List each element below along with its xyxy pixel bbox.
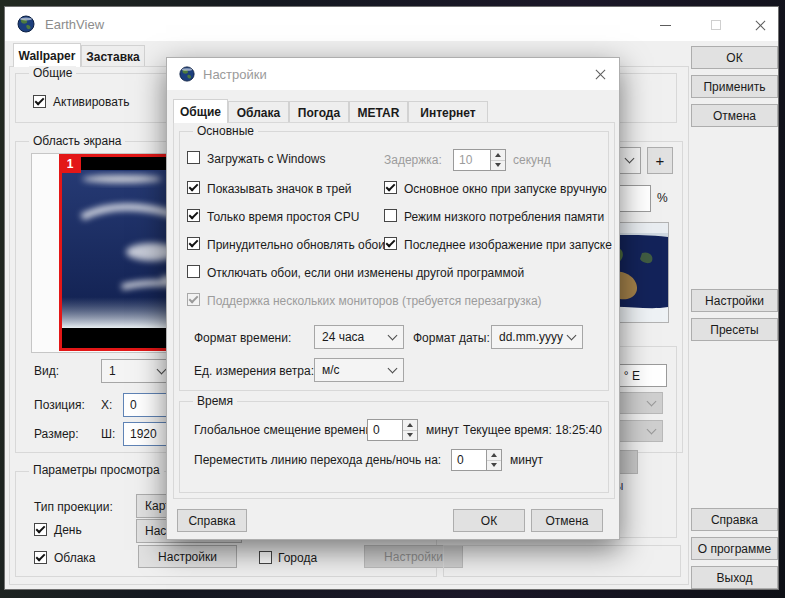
desktop-background: EarthView Wallpaper Заставка Общие Актив… — [0, 0, 785, 598]
dialog-globe-icon — [179, 66, 195, 82]
main-help-button[interactable]: Справка — [691, 508, 778, 531]
chevron-down-icon — [647, 396, 657, 406]
dialog-cancel-button[interactable]: Отмена — [531, 509, 603, 532]
chevron-down-icon — [157, 364, 167, 374]
current-time-label: Текущее время: 18:25:40 — [463, 423, 602, 437]
chevron-down-icon — [567, 330, 577, 340]
multi-monitor-checkbox — [187, 293, 200, 306]
cpu-idle-label[interactable]: Только время простоя CPU — [207, 210, 359, 224]
dialog-close-icon[interactable] — [587, 63, 613, 85]
main-titlebar[interactable]: EarthView — [5, 7, 778, 41]
day-night-unit: минут — [510, 453, 543, 467]
dialog-tab-metar[interactable]: METAR — [349, 101, 408, 123]
main-ok-button[interactable]: ОК — [691, 46, 778, 69]
view-params-group-title: Параметры просмотра — [29, 463, 164, 477]
delay-label: Задержка: — [384, 153, 442, 167]
global-offset-spinner[interactable]: 0 — [367, 419, 418, 441]
delay-unit-label: секунд — [513, 153, 551, 167]
cities-checkbox[interactable] — [259, 551, 272, 564]
screen-area-group-title: Область экрана — [29, 134, 125, 148]
cpu-idle-checkbox[interactable] — [187, 209, 200, 222]
dialog-general-group-title: Основные — [193, 124, 258, 138]
minimize-icon[interactable] — [650, 13, 680, 37]
time-format-dropdown[interactable]: 24 часа — [314, 325, 404, 349]
main-cancel-button[interactable]: Отмена — [691, 104, 778, 127]
clouds-label[interactable]: Облака — [54, 551, 96, 565]
main-window-manual-label[interactable]: Основное окно при запуске вручную — [404, 182, 607, 196]
dialog-help-button[interactable]: Справка — [177, 509, 247, 532]
date-format-label: Формат даты: — [413, 331, 490, 345]
tab-wallpaper[interactable]: Wallpaper — [13, 43, 81, 67]
dialog-time-group — [179, 401, 609, 493]
position-x-label: X: — [101, 398, 112, 412]
tray-icon-label[interactable]: Показывать значок в трей — [207, 182, 352, 196]
last-image-checkbox[interactable] — [384, 237, 397, 250]
add-view-button[interactable]: + — [647, 147, 673, 174]
bottom-right-group — [443, 545, 681, 577]
chevron-down-icon — [625, 154, 635, 164]
main-apply-button[interactable]: Применить — [691, 75, 778, 98]
low-memory-label[interactable]: Режим низкого потребления памяти — [404, 210, 604, 224]
delay-spinner: 10 — [453, 149, 506, 171]
position-label: Позиция: — [34, 398, 85, 412]
date-format-dropdown[interactable]: dd.mm.yyyy — [491, 325, 583, 349]
app-globe-icon — [17, 15, 35, 33]
chevron-down-icon — [647, 424, 657, 434]
view-dropdown[interactable]: 1 — [101, 359, 173, 383]
disable-wallpaper-checkbox[interactable] — [187, 265, 200, 278]
activate-checkbox[interactable] — [33, 95, 46, 108]
wind-unit-label: Ед. измерения ветра: — [194, 364, 314, 378]
general-group-title: Общие — [29, 66, 76, 80]
clouds-settings-button[interactable]: Настройки — [138, 545, 237, 568]
dialog-general-group — [179, 131, 609, 391]
settings-dialog: Настройки Общие Облака Погода METAR Инте… — [166, 57, 620, 540]
window-title: EarthView — [45, 17, 104, 32]
dialog-title: Настройки — [203, 67, 267, 82]
percent-label: % — [657, 191, 668, 205]
dialog-tab-clouds[interactable]: Облака — [228, 101, 289, 123]
spinner-up-icon — [491, 150, 505, 160]
last-image-label[interactable]: Последнее изображение при запуске — [404, 238, 612, 252]
size-label: Размер: — [34, 427, 79, 441]
clouds-checkbox[interactable] — [34, 551, 47, 564]
projection-label: Тип проекции: — [34, 500, 113, 514]
spinner-up-icon — [487, 450, 501, 460]
disable-wallpaper-label[interactable]: Отключать обои, если они изменены другой… — [207, 266, 524, 280]
dialog-tab-general[interactable]: Общие — [173, 99, 228, 123]
day-night-spinner[interactable]: 0 — [451, 449, 502, 471]
maximize-icon[interactable] — [701, 13, 731, 37]
force-update-label[interactable]: Принудительно обновлять обои — [207, 238, 385, 252]
force-update-checkbox[interactable] — [187, 237, 200, 250]
dialog-titlebar[interactable]: Настройки — [167, 58, 619, 90]
main-window-manual-checkbox[interactable] — [384, 181, 397, 194]
dialog-ok-button[interactable]: ОК — [453, 509, 525, 532]
spinner-up-icon — [403, 420, 417, 430]
day-checkbox[interactable] — [34, 523, 47, 536]
global-offset-label: Глобальное смещение времени: — [194, 423, 375, 437]
size-w-label: Ш: — [101, 427, 115, 441]
time-group-title: Время — [193, 394, 237, 408]
spinner-down-icon — [403, 430, 417, 441]
chevron-down-icon — [388, 363, 398, 373]
time-format-label: Формат времени: — [194, 331, 291, 345]
close-icon[interactable] — [745, 13, 775, 37]
presets-button[interactable]: Пресеты — [691, 318, 778, 341]
tray-icon-checkbox[interactable] — [187, 181, 200, 194]
main-settings-button[interactable]: Настройки — [691, 289, 778, 312]
about-button[interactable]: О программе — [691, 537, 778, 560]
start-with-windows-label[interactable]: Загружать с Windows — [207, 152, 326, 166]
spinner-down-icon — [487, 460, 501, 471]
dialog-tab-internet[interactable]: Интернет — [408, 101, 488, 123]
tab-zastavka[interactable]: Заставка — [81, 45, 145, 67]
activate-label[interactable]: Активировать — [53, 95, 129, 109]
dialog-tab-weather[interactable]: Погода — [289, 101, 349, 123]
day-label[interactable]: День — [54, 523, 82, 537]
cities-label[interactable]: Города — [278, 551, 317, 565]
exit-button[interactable]: Выход — [691, 566, 778, 589]
wind-unit-dropdown[interactable]: м/с — [314, 358, 404, 382]
global-offset-unit: минут — [426, 423, 459, 437]
low-memory-checkbox[interactable] — [384, 209, 397, 222]
view-label: Вид: — [34, 364, 59, 378]
day-night-label: Переместить линию перехода день/ночь на: — [194, 453, 441, 467]
start-with-windows-checkbox[interactable] — [187, 151, 200, 164]
